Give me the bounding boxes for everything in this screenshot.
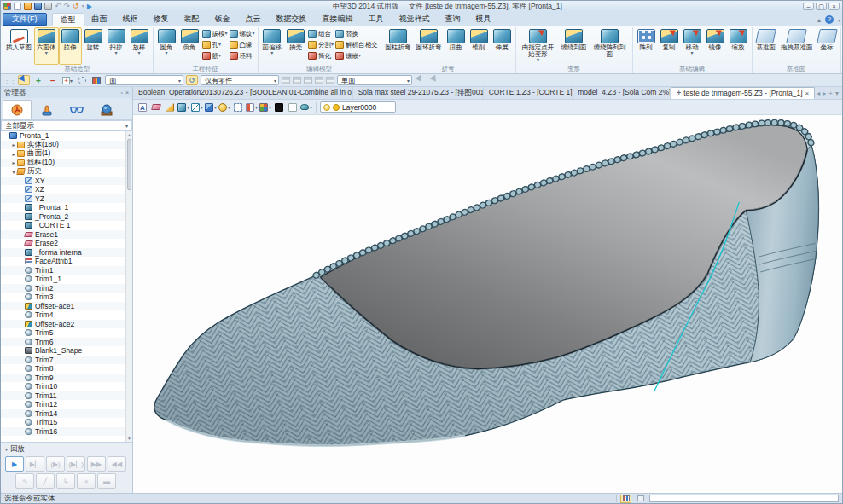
tree-item-Trim1_1[interactable]: Trim1_1 xyxy=(1,275,125,284)
zoom-fit-icon[interactable] xyxy=(232,101,244,113)
shaded-view-icon[interactable]: ▾ xyxy=(177,101,189,113)
pick-mode-combo[interactable]: 单面▾ xyxy=(337,75,412,85)
maximize-button[interactable]: ▢ xyxy=(816,3,827,10)
face-display-icon[interactable]: ▾ xyxy=(300,101,312,113)
document-tab-5[interactable]: +teste de trimagem-55.Z3 - [Pronta_1]× xyxy=(671,87,815,99)
scrollbar-thumb[interactable] xyxy=(127,139,131,190)
tree-item-Trim14[interactable]: Trim14 xyxy=(1,409,125,419)
ribbon-button-copy[interactable]: 复制 xyxy=(658,27,681,65)
tab-close-icon[interactable]: × xyxy=(805,88,810,99)
ribbon-tab-13[interactable]: 模具 xyxy=(468,13,499,26)
ribbon-tab-5[interactable]: 装配 xyxy=(177,13,207,26)
entity-filter-icon[interactable] xyxy=(620,495,631,503)
curve-tool-button[interactable]: ∿ xyxy=(15,473,34,489)
dropdown-arrow-icon[interactable]: ▾ xyxy=(137,51,140,55)
dropdown-arrow-icon[interactable]: ▾ xyxy=(331,43,334,47)
dropdown-arrow-icon[interactable]: ▾ xyxy=(253,32,255,36)
dropdown-arrow-icon[interactable]: ▾ xyxy=(165,51,167,55)
app-logo-icon[interactable] xyxy=(3,3,11,10)
dropdown-arrow-icon[interactable]: ▾ xyxy=(45,51,48,55)
ribbon-button-loft[interactable]: 放样▾ xyxy=(128,27,151,65)
align-icon-5[interactable] xyxy=(326,77,334,84)
undo-icon[interactable]: ↶ xyxy=(55,3,61,10)
tree-scrollbar[interactable]: ▲ ▼ xyxy=(125,131,132,442)
dropdown-arrow-icon[interactable]: ▾ xyxy=(218,43,221,47)
tree-item-1[interactable]: ▸曲面(1) xyxy=(1,149,125,159)
ribbon-tab-12[interactable]: 查询 xyxy=(438,13,468,26)
ribbon-button-stretch[interactable]: 伸展 xyxy=(491,27,514,65)
tab-control-icon-1[interactable]: ◂ xyxy=(817,90,820,97)
tree-item-180[interactable]: ▸实体(180) xyxy=(1,141,125,150)
tree-filter-combo[interactable]: 全部显示▾ xyxy=(1,120,132,131)
render-mode-icon[interactable]: ▾ xyxy=(218,101,230,113)
ribbon-button-deform[interactable]: 由指定点开始变形▾ xyxy=(518,27,559,65)
tree-item-Trim9[interactable]: Trim9 xyxy=(1,374,125,383)
ribbon-tab-6[interactable]: 钣金 xyxy=(207,13,238,26)
tree-item-FaceAttrib1[interactable]: FaceAttrib1 xyxy=(1,257,125,266)
manager-pin-icon[interactable]: ▫ xyxy=(120,90,122,96)
tree-item-Trim3[interactable]: Trim3 xyxy=(1,293,125,302)
manager-close-icon[interactable]: × xyxy=(125,90,129,96)
ribbon-button-datum[interactable]: 基准面 xyxy=(754,27,779,65)
tree-item-Trim11[interactable]: Trim11 xyxy=(1,391,125,401)
tree-item-Trim2[interactable]: Trim2 xyxy=(1,284,125,293)
ribbon-button-combine[interactable]: 组合 xyxy=(308,28,334,39)
ribbon-button-twist[interactable]: 扭曲 xyxy=(445,27,468,65)
tab-render-manager[interactable] xyxy=(92,100,121,119)
scroll-down-icon[interactable]: ▼ xyxy=(126,435,132,442)
ribbon-button-csys[interactable]: 坐标 xyxy=(816,27,839,65)
tree-item-Trim1[interactable]: Trim1 xyxy=(1,266,125,275)
document-tab-4[interactable]: model_4.Z3 - [Sola Com 2%] xyxy=(573,87,671,99)
ribbon-button-taper[interactable]: 锥削 xyxy=(468,27,491,65)
tree-item-Trim10[interactable]: Trim10 xyxy=(1,382,125,391)
tree-item-XZ[interactable]: XZ xyxy=(1,185,125,194)
save-file-icon[interactable] xyxy=(34,3,42,10)
qa-dropdown-icon[interactable]: ▾ xyxy=(82,3,84,10)
ribbon-tab-4[interactable]: 修复 xyxy=(146,13,177,26)
ribbon-tab-7[interactable]: 点云 xyxy=(238,13,269,26)
ribbon-button-rib[interactable]: 筋 ▾ xyxy=(202,50,228,61)
status-input[interactable] xyxy=(649,495,839,502)
ribbon-button-shell[interactable]: 抽壳 xyxy=(284,27,307,65)
box-select-icon[interactable]: +▾ xyxy=(61,75,73,85)
dropdown-arrow-icon[interactable]: ▾ xyxy=(225,32,228,36)
ribbon-button-resolve[interactable]: 解析自相交 xyxy=(335,39,378,50)
ribbon-button-revolve[interactable]: 旋转 xyxy=(82,27,105,65)
align-icon-4[interactable] xyxy=(315,77,323,84)
dropdown-arrow-icon[interactable]: ▾ xyxy=(114,51,117,55)
ghost-cursor-icon-2[interactable] xyxy=(429,75,441,85)
play-to-button[interactable]: (▶▏) xyxy=(67,456,85,472)
tree-item-Blank1_Shape[interactable]: Blank1_Shape xyxy=(1,346,125,356)
ribbon-tab-1[interactable]: 造型 xyxy=(52,13,84,26)
scope-filter-combo[interactable]: 仅有零件▾ xyxy=(201,75,279,85)
ribbon-button-cylbend[interactable]: 圆柱折弯 xyxy=(383,27,414,65)
entity-filter-combo[interactable]: 面▾ xyxy=(105,75,183,85)
ribbon-button-sweep[interactable]: 扫掠▾ xyxy=(105,27,128,65)
ribbon-button-stock[interactable]: 坯料 xyxy=(230,50,255,61)
remove-selection-icon[interactable]: − xyxy=(47,75,59,85)
tree-item-XY[interactable]: XY xyxy=(1,177,125,186)
dropdown-arrow-icon[interactable]: ▾ xyxy=(218,54,221,58)
viewport-canvas[interactable] xyxy=(133,115,842,493)
regen-view-icon[interactable]: A xyxy=(137,101,148,113)
tree-item-[interactable]: ▾历史 xyxy=(1,167,125,177)
ribbon-button-divide[interactable]: 分割 ▾ xyxy=(308,39,334,50)
ribbon-button-wraparray[interactable]: 缠绕阵列到面 xyxy=(590,27,631,65)
ribbon-tab-10[interactable]: 工具 xyxy=(361,13,392,26)
wireframe-view-icon[interactable]: ▾ xyxy=(191,101,203,113)
rewind-button[interactable]: ◀◀ xyxy=(108,456,126,472)
tree-item-Trim8[interactable]: Trim8 xyxy=(1,364,125,374)
minimize-button[interactable]: – xyxy=(803,3,814,10)
tab-visual-manager[interactable] xyxy=(62,100,91,119)
layer-visibility-icon[interactable] xyxy=(323,104,330,111)
tree-item-_Pronta_2[interactable]: _Pronta_2 xyxy=(1,212,125,222)
ribbon-tab-9[interactable]: 直接编辑 xyxy=(315,13,361,26)
tree-item-OffsetFace2[interactable]: OffsetFace2 xyxy=(1,320,125,329)
redirect-button[interactable]: ↳ xyxy=(56,473,75,489)
erase-marks-icon[interactable] xyxy=(150,101,162,113)
tree-item-_formainterna[interactable]: _forma interna xyxy=(1,248,125,258)
view-orientation-icon[interactable]: ▾ xyxy=(205,101,217,113)
document-tab-2[interactable]: Sola max steel 29-21075.Z3 - [排图001] xyxy=(353,87,484,99)
help-dropdown-icon[interactable]: ▾ xyxy=(838,17,840,23)
section-view-icon[interactable]: ▾ xyxy=(246,101,258,113)
